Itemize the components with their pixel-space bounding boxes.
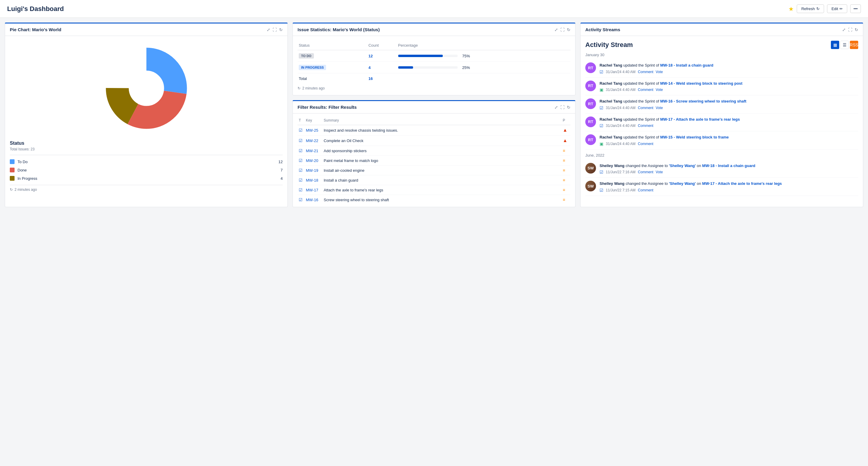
pie-chart-container — [10, 41, 283, 136]
refresh-button[interactable]: Refresh ↻ — [797, 4, 824, 13]
expand-icon[interactable]: ⛶ — [273, 27, 277, 32]
shrink-icon-activity[interactable]: ⤢ — [842, 27, 846, 32]
count-link-inprogress[interactable]: 4 — [369, 65, 371, 70]
activity-content-4: Rachel Tang updated the Sprint of MW-17 … — [599, 117, 858, 128]
issue-summary-text: Install air-cooled engine — [324, 168, 364, 173]
priority-cell: ≡ — [562, 156, 570, 166]
grid-view-button[interactable]: ▦ — [831, 41, 839, 49]
comment-link-1[interactable]: Comment — [638, 70, 653, 74]
vote-link-6[interactable]: Vote — [656, 170, 663, 174]
issue-link[interactable]: MW-18 - Install a chain guard — [660, 63, 713, 67]
middle-column: Issue Statistics: Mario's World (Status)… — [292, 23, 576, 207]
issue-key-link[interactable]: MW-18 — [306, 178, 318, 182]
refresh-stats-icon[interactable]: ↻ — [567, 27, 570, 32]
task-icon-3: ☑ — [599, 123, 603, 128]
issue-key-link[interactable]: MW-16 — [306, 198, 318, 202]
count-link-todo[interactable]: 12 — [369, 54, 373, 58]
favorite-icon[interactable]: ★ — [788, 5, 794, 12]
assignee-link-2[interactable]: 'Shelley Wang' — [669, 181, 696, 186]
shrink-icon-filter[interactable]: ⤢ — [554, 105, 558, 110]
refresh-icon-small: ↻ — [10, 187, 13, 192]
rss-button[interactable]: RSS — [850, 41, 858, 49]
edit-button[interactable]: Edit ✏ — [827, 4, 847, 13]
refresh-icon: ↻ — [816, 6, 819, 11]
issue-key-link[interactable]: MW-25 — [306, 128, 318, 133]
issue-link[interactable]: MW-16 - Screw steering wheel to steering… — [660, 99, 746, 104]
type-cell: ☑ — [298, 156, 305, 166]
refresh-chart-icon[interactable]: ↻ — [279, 27, 283, 32]
comment-link-5[interactable]: Comment — [638, 142, 653, 146]
activity-text-1: Rachel Tang updated the Sprint of MW-18 … — [599, 62, 858, 68]
avatar-shelley-1: SW — [585, 163, 596, 174]
activity-time-7: 11/Jun/22 7:15 AM — [606, 188, 636, 192]
activity-content-7: Shelley Wang changed the Assignee to 'Sh… — [599, 181, 858, 193]
legend-count-done: 7 — [281, 168, 283, 172]
count-todo-cell: 12 — [367, 50, 397, 62]
progress-bg-inprogress — [398, 66, 458, 69]
issue-key-link[interactable]: MW-21 — [306, 149, 318, 153]
filter-header: Filter Results: Filter Results ⤢ ⛶ ↻ — [293, 101, 575, 114]
issue-key-link[interactable]: MW-20 — [306, 158, 318, 163]
comment-link-2[interactable]: Comment — [638, 88, 653, 92]
total-count-link[interactable]: 16 — [369, 77, 373, 81]
refresh-icon-stats: ↻ — [298, 86, 301, 90]
issue-key-link[interactable]: MW-17 — [306, 188, 318, 192]
activity-view-controls: ▦ ☰ RSS — [831, 41, 858, 49]
shrink-icon[interactable]: ⤢ — [267, 27, 270, 32]
activity-time-6: 11/Jun/22 7:16 AM — [606, 170, 636, 174]
issue-link[interactable]: MW-14 - Weld steering block to steering … — [660, 81, 742, 86]
issue-key-link[interactable]: MW-19 — [306, 168, 318, 173]
assignee-link[interactable]: 'Shelley Wang' — [669, 164, 696, 168]
activity-title: Activity Stream — [585, 41, 633, 49]
vote-link-3[interactable]: Vote — [656, 106, 663, 110]
issue-key-link[interactable]: MW-22 — [306, 139, 318, 143]
summary-cell: Install a chain guard — [322, 175, 562, 185]
bar-inprogress-cell: 25% — [397, 62, 570, 74]
activity-time-5: 31/Jan/24 4:40 AM — [606, 142, 636, 146]
user-name: Shelley Wang — [599, 181, 624, 186]
issue-link[interactable]: MW-17 - Attach the axle to frame's rear … — [660, 117, 740, 121]
expand-icon-stats[interactable]: ⛶ — [560, 27, 564, 32]
priority-cell: ≡ — [562, 195, 570, 205]
refresh-filter-icon[interactable]: ↻ — [567, 105, 570, 110]
check-icon: ☑ — [299, 187, 303, 192]
vote-link-2[interactable]: Vote — [656, 88, 663, 92]
activity-meta-3: ☑ 31/Jan/24 4:40 AM Comment Vote — [599, 106, 858, 110]
issue-link[interactable]: MW-15 - Weld steering block to frame — [660, 135, 729, 139]
activity-controls: ⤢ ⛶ ↻ — [842, 27, 858, 32]
comment-link-4[interactable]: Comment — [638, 124, 653, 128]
list-view-button[interactable]: ☰ — [840, 41, 849, 49]
shrink-icon-stats[interactable]: ⤢ — [554, 27, 558, 32]
chart-legend: Status Total Issues: 23 To Do 12 Done 7 … — [10, 141, 283, 185]
activity-stream-header: Activity Stream ▦ ☰ RSS — [585, 41, 858, 49]
more-button[interactable]: ••• — [850, 4, 861, 13]
col-type: T — [298, 116, 305, 125]
comment-link-7[interactable]: Comment — [638, 188, 653, 192]
activity-content-5: Rachel Tang updated the Sprint of MW-15 … — [599, 134, 858, 146]
avatar-rachel-4: RT — [585, 117, 596, 127]
comment-link-6[interactable]: Comment — [638, 170, 653, 174]
type-cell: ☑ — [298, 175, 305, 185]
refresh-activity-icon[interactable]: ↻ — [855, 27, 858, 32]
table-row: ☑ MW-17 Attach the axle to frame's rear … — [298, 185, 570, 195]
activity-text-3: Rachel Tang updated the Sprint of MW-16 … — [599, 98, 858, 104]
avatar-rachel-1: RT — [585, 62, 596, 73]
comment-link-3[interactable]: Comment — [638, 106, 653, 110]
expand-icon-activity[interactable]: ⛶ — [848, 27, 852, 32]
bar-todo-container: 75% — [398, 54, 569, 58]
vote-link-1[interactable]: Vote — [656, 70, 663, 74]
pie-chart-body: Status Total Issues: 23 To Do 12 Done 7 … — [5, 36, 287, 207]
activity-meta-5: ▣ 31/Jan/24 4:40 AM Comment — [599, 142, 858, 146]
avatar-shelley-2: SW — [585, 181, 596, 192]
issue-stats-title: Issue Statistics: Mario's World (Status) — [298, 27, 380, 32]
issue-link[interactable]: MW-18 - Install a chain guard — [702, 164, 755, 168]
table-row-total: Total 16 — [298, 74, 570, 84]
issue-stats-body: Status Count Percentage TO DO 12 — [293, 36, 575, 95]
user-name: Rachel Tang — [599, 99, 622, 104]
legend-label-done: Done — [18, 168, 281, 172]
activity-panel-title: Activity Streams — [585, 27, 620, 32]
expand-icon-filter[interactable]: ⛶ — [560, 105, 564, 110]
issue-link-2[interactable]: MW-17 - Attach the axle to frame's rear … — [702, 181, 782, 186]
activity-item-7: SW Shelley Wang changed the Assignee to … — [585, 178, 858, 196]
issue-stats-table: Status Count Percentage TO DO 12 — [298, 41, 570, 84]
